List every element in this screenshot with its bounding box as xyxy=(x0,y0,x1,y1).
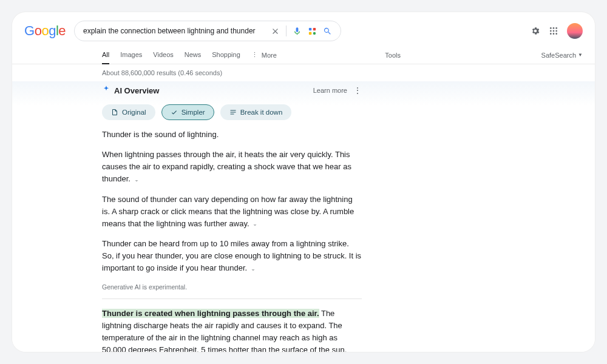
ai-paragraph: The sound of thunder can vary depending … xyxy=(102,194,362,230)
svg-point-11 xyxy=(553,33,555,35)
svg-point-4 xyxy=(550,27,552,29)
tab-all[interactable]: All xyxy=(102,46,109,64)
svg-point-8 xyxy=(553,30,555,32)
gear-icon[interactable] xyxy=(531,26,540,36)
chevron-down-icon[interactable] xyxy=(249,265,257,272)
svg-rect-2 xyxy=(309,32,311,34)
clear-icon[interactable] xyxy=(271,27,280,36)
tab-news[interactable]: News xyxy=(185,46,202,64)
chevron-down-icon[interactable] xyxy=(251,220,259,228)
tools-button[interactable]: Tools xyxy=(385,52,401,59)
svg-rect-0 xyxy=(309,27,311,30)
search-icon[interactable] xyxy=(323,27,332,36)
google-logo[interactable]: Google xyxy=(24,23,66,39)
learn-more-link[interactable]: Learn more xyxy=(313,87,347,94)
chip-simpler[interactable]: Simpler xyxy=(161,104,214,120)
more-menu[interactable]: ⋮More xyxy=(251,51,277,59)
ai-paragraph: Thunder can be heard from up to 10 miles… xyxy=(102,238,362,274)
svg-point-6 xyxy=(555,27,557,29)
svg-point-3 xyxy=(313,32,316,34)
apps-icon[interactable] xyxy=(549,26,558,36)
ai-overview-title: AI Overview xyxy=(114,86,159,95)
mic-icon[interactable] xyxy=(293,27,302,36)
svg-point-7 xyxy=(550,30,552,32)
safesearch-menu[interactable]: SafeSearch▼ xyxy=(541,52,583,59)
chevron-down-icon[interactable] xyxy=(133,176,140,183)
ai-disclaimer: Generative AI is experimental. xyxy=(102,282,362,292)
search-box[interactable] xyxy=(74,21,341,41)
svg-rect-1 xyxy=(313,27,316,30)
tab-videos[interactable]: Videos xyxy=(153,46,173,64)
svg-point-9 xyxy=(555,30,557,32)
lens-icon[interactable] xyxy=(308,27,317,36)
chip-break-down[interactable]: Break it down xyxy=(220,104,292,120)
svg-point-12 xyxy=(555,33,557,35)
sparkle-icon xyxy=(102,85,110,96)
ai-paragraph: Thunder is the sound of lightning. xyxy=(102,129,362,141)
ai-paragraph: When lightning passes through the air, i… xyxy=(102,149,362,185)
avatar[interactable] xyxy=(567,23,583,39)
chip-original[interactable]: Original xyxy=(102,104,155,120)
svg-point-10 xyxy=(550,33,552,35)
tab-shopping[interactable]: Shopping xyxy=(212,46,240,64)
result-stats: About 88,600,000 results (0.46 seconds) xyxy=(12,64,595,81)
overflow-menu[interactable]: ⋮ xyxy=(353,86,362,95)
svg-point-5 xyxy=(553,27,555,29)
featured-snippet: Thunder is created when lightning passes… xyxy=(102,308,362,352)
search-input[interactable] xyxy=(83,27,265,35)
tab-images[interactable]: Images xyxy=(120,46,142,64)
